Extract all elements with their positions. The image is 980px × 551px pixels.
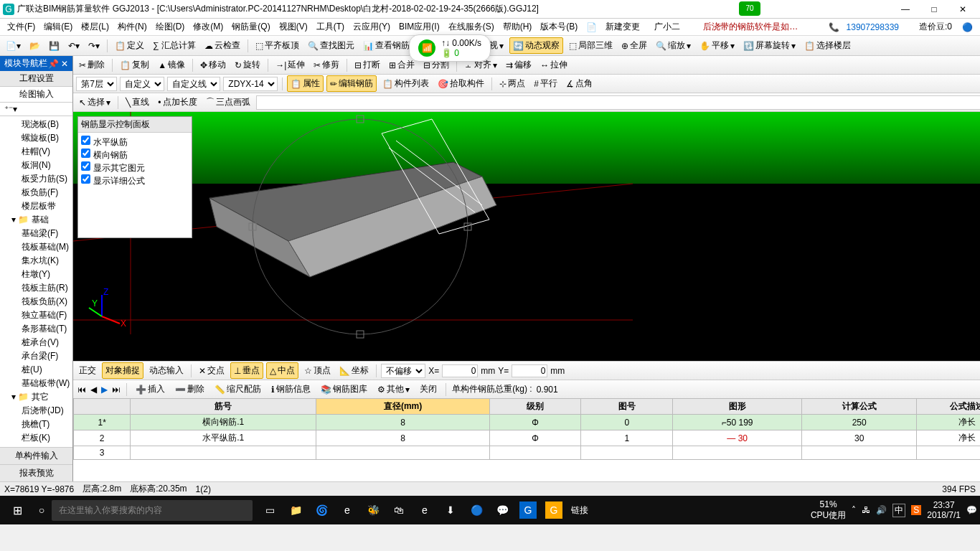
move-button[interactable]: ✥ 移动 [197,57,229,72]
extend-button[interactable]: →| 延伸 [273,57,308,72]
new-icon[interactable]: 📄▾ [3,39,24,52]
edit-rebar-button[interactable]: ✏ 编辑钢筋 [326,75,377,92]
tray-vol-icon[interactable]: 🔊 [876,505,887,515]
perp-snap[interactable]: ⊥ 垂点 [230,362,263,379]
section-draw[interactable]: 绘图输入 [0,87,72,103]
comp-list-button[interactable]: 📋 构件列表 [380,76,432,91]
find-button[interactable]: 🔍 查找图元 [305,38,357,53]
maximize-button[interactable]: □ [920,4,948,14]
mid-snap[interactable]: △ 中点 [266,362,298,379]
select-tool[interactable]: ↖ 选择▾ [76,95,113,110]
nav-first[interactable]: ⏮ [77,385,86,395]
rebar-lib[interactable]: 📚 钢筋图库 [318,382,370,397]
tree-item[interactable]: 板负筋(F) [1,186,71,199]
tree-group-other[interactable]: ▾ 📁 其它 [1,390,71,404]
app-icon[interactable]: 🔵 [468,501,485,519]
close-rebar[interactable]: 关闭 [417,382,440,397]
floor-select[interactable]: 第7层 [76,77,117,91]
menu-view[interactable]: 视图(V) [275,21,312,33]
single-input-button[interactable]: 单构件输入 [0,447,72,464]
other-menu[interactable]: ⚙ 其他▾ [374,382,413,397]
menu-version[interactable]: 版本号(B) [536,21,582,33]
tree-item[interactable]: 独立基础(F) [1,309,71,322]
copy-button[interactable]: 📋 复制 [117,57,152,72]
tree-item[interactable]: 螺旋板(B) [1,131,71,145]
view-rebar-button[interactable]: 📊 查看钢筋 [360,38,413,53]
rebar-row[interactable]: 1*横向钢筋.18Φ0⌐50 199250净长250 [74,415,980,430]
tree-item[interactable]: 桩承台(V) [1,336,71,349]
tree-item[interactable]: 筏板主筋(R) [1,281,71,295]
dyninput-toggle[interactable]: 动态输入 [146,363,187,378]
pan-button[interactable]: ✋ 平移▾ [697,38,738,53]
mirror-button[interactable]: ▲ 镜像 [155,57,188,72]
select-floor-button[interactable]: 📋 选择楼层 [801,38,854,53]
tray-net-icon[interactable]: 🖧 [862,505,870,515]
ortho-toggle[interactable]: 正交 [76,363,99,378]
tree-item[interactable]: 栏板(K) [1,431,71,445]
tree-item[interactable]: 后浇带(JD) [1,404,71,418]
report-preview-button[interactable]: 报表预览 [0,464,72,481]
insert-row[interactable]: ➕ 插入 [133,382,168,397]
pin-icon[interactable]: 📌 ✕ [48,59,68,69]
delete-row[interactable]: ➖ 删除 [172,382,207,397]
section-project[interactable]: 工程设置 [0,71,72,87]
3d-viewport[interactable]: Z X Y 钢筋显示控制面板 水平纵筋 横向钢筋 显示其它图元 显示详细公式 [73,112,980,361]
rebar-row[interactable]: 3 [74,446,980,460]
arc-select[interactable] [256,95,980,110]
rotate-button[interactable]: ↻ 旋转 [232,57,263,72]
notification-icon[interactable]: 💬 [966,505,977,515]
line-tool[interactable]: ╲ 直线 [123,95,152,110]
menu-edit[interactable]: 编辑(E) [39,21,77,33]
tree-group-basics[interactable]: ▾ 📁 基础 [1,213,71,227]
tree-item[interactable]: 承台梁(F) [1,349,71,363]
two-point-button[interactable]: ⊹ 两点 [496,76,528,91]
y-input[interactable] [512,364,547,377]
menu-cloud[interactable]: 云应用(Y) [349,21,395,33]
menu-file[interactable]: 文件(F) [3,21,39,33]
app-icon[interactable]: 🌀 [313,501,330,519]
define-button[interactable]: 📋 定义 [112,38,147,53]
tree-item[interactable]: 板洞(N) [1,159,71,172]
offset-button[interactable]: ⇉ 偏移 [503,57,534,72]
close-button[interactable]: ✕ [948,4,977,14]
menu-rebar[interactable]: 钢筋量(Q) [227,21,274,33]
phone-number[interactable]: 📞 13907298339 [824,22,908,32]
chk-horiz[interactable] [81,136,90,145]
align-slab-button[interactable]: ⬚ 平齐板顶 [253,38,302,53]
tree-item[interactable]: 筏板负筋(X) [1,295,71,309]
attr-button[interactable]: 📋 属性 [287,75,324,92]
app-icon[interactable]: ⬇ [442,501,459,519]
menu-tools[interactable]: 工具(T) [312,21,349,33]
nav-next[interactable]: ▶ [101,385,108,395]
save-icon[interactable]: 💾 [46,39,62,52]
wechat-icon[interactable]: 💬 [494,501,511,519]
task-view-icon[interactable]: ▭ [261,501,278,519]
redo-icon[interactable]: ↷▾ [85,39,103,52]
app-icon[interactable]: G [545,501,562,519]
tree-item[interactable]: 桩(U) [1,363,71,377]
tree-item[interactable]: 柱帽(V) [1,145,71,159]
nav-last[interactable]: ⏭ [112,385,121,395]
arc-tool[interactable]: ⌒ 三点画弧 [203,95,253,110]
parallel-button[interactable]: # 平行 [531,76,560,91]
new-change-button[interactable]: 新建变更 [601,21,644,33]
vertex-snap[interactable]: ☆ 顶点 [301,363,334,378]
scale-rebar[interactable]: 📏 缩尺配筋 [212,382,264,397]
subcategory-select[interactable]: 自定义线 [167,77,220,91]
delete-button[interactable]: ✂ 删除 [76,57,108,72]
component-select[interactable]: ZDYX-14 [223,77,278,91]
open-icon[interactable]: 📂 [27,39,43,52]
sum-button[interactable]: ∑ 汇总计算 [150,38,199,53]
trim-button[interactable]: ✂ 修剪 [311,57,342,72]
ie-icon[interactable]: e [416,501,433,519]
local-3d-button[interactable]: ⬚ 局部三维 [566,38,616,53]
tree-item[interactable]: 楼层板带 [1,199,71,213]
zoom-button[interactable]: 🔍 缩放▾ [653,38,694,53]
menu-help[interactable]: 帮助(H) [499,21,537,33]
coord-snap[interactable]: 📐 坐标 [336,363,372,378]
tray-sogou-icon[interactable]: S [911,505,921,515]
stretch-button[interactable]: ↔ 拉伸 [537,57,570,72]
rebar-info[interactable]: ℹ 钢筋信息 [268,382,314,397]
undo-icon[interactable]: ↶▾ [65,39,83,52]
tree-toggle-icon[interactable]: ⁺⁻▾ [4,104,17,114]
